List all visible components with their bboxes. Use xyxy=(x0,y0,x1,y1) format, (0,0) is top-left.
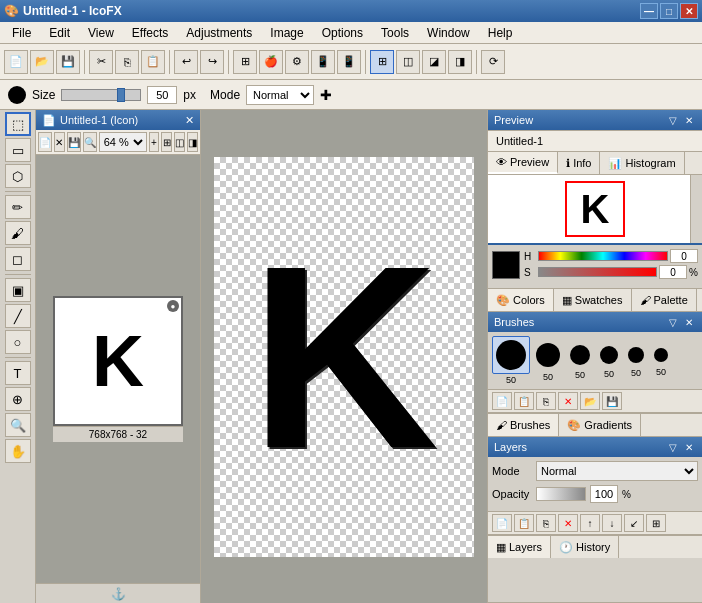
layer-new-btn[interactable]: 📄 xyxy=(492,514,512,532)
preview-collapse-btn[interactable]: ▽ xyxy=(666,113,680,127)
menu-tools[interactable]: Tools xyxy=(373,24,417,42)
icon-panel-close[interactable]: ✕ xyxy=(185,114,194,127)
lasso-tool[interactable]: ⬡ xyxy=(5,164,31,188)
sat-input[interactable] xyxy=(659,265,687,279)
rect-select-tool[interactable]: ▭ xyxy=(5,138,31,162)
menu-image[interactable]: Image xyxy=(262,24,311,42)
center-canvas[interactable]: K xyxy=(201,110,487,603)
opacity-input[interactable] xyxy=(590,485,618,503)
minimize-button[interactable]: — xyxy=(640,3,658,19)
size-input[interactable] xyxy=(147,86,177,104)
grid-button[interactable]: ⊞ xyxy=(370,50,394,74)
brush-item-2[interactable]: 50 xyxy=(532,339,564,382)
zoom-tool[interactable]: 🔍 xyxy=(5,413,31,437)
menu-edit[interactable]: Edit xyxy=(41,24,78,42)
tab-palette[interactable]: 🖌 Palette xyxy=(632,289,697,311)
zoom-in-btn[interactable]: + xyxy=(149,132,160,152)
layer-copy-btn[interactable]: 📋 xyxy=(514,514,534,532)
brush-item-6[interactable]: 50 xyxy=(650,344,672,377)
brush-load-btn[interactable]: 📂 xyxy=(580,392,600,410)
sat-slider[interactable] xyxy=(538,267,657,277)
shape-tool[interactable]: ○ xyxy=(5,330,31,354)
line-tool[interactable]: ╱ xyxy=(5,304,31,328)
preview-close-btn[interactable]: ✕ xyxy=(682,113,696,127)
layer-down-btn[interactable]: ↓ xyxy=(602,514,622,532)
icon-zoom-btn[interactable]: 🔍 xyxy=(83,132,97,152)
tool1-button[interactable]: 🍎 xyxy=(259,50,283,74)
tab-gradients[interactable]: 🎨 Gradients xyxy=(559,414,641,436)
color-swatch[interactable] xyxy=(492,251,520,279)
menu-adjustments[interactable]: Adjustments xyxy=(178,24,260,42)
tab-preview[interactable]: 👁 Preview xyxy=(488,152,558,174)
tab-colors[interactable]: 🎨 Colors xyxy=(488,289,554,311)
view1-button[interactable]: ◫ xyxy=(396,50,420,74)
untitled-tab[interactable]: Untitled-1 xyxy=(488,130,702,152)
eyedropper-icon[interactable]: ✚ xyxy=(320,87,332,103)
brush-del-btn[interactable]: ✕ xyxy=(558,392,578,410)
frame-btn[interactable]: ◫ xyxy=(174,132,185,152)
brush-item-5[interactable]: 50 xyxy=(624,343,648,378)
layer-up-btn[interactable]: ↑ xyxy=(580,514,600,532)
brush-add-btn[interactable]: 📄 xyxy=(492,392,512,410)
brush-edit-btn[interactable]: 📋 xyxy=(514,392,534,410)
view2-button[interactable]: ◪ xyxy=(422,50,446,74)
icon-close-btn[interactable]: ✕ xyxy=(54,132,65,152)
menu-effects[interactable]: Effects xyxy=(124,24,176,42)
save-button[interactable]: 💾 xyxy=(56,50,80,74)
layer-del-btn[interactable]: ✕ xyxy=(558,514,578,532)
opacity-slider[interactable] xyxy=(536,487,586,501)
tool2-button[interactable]: ⚙ xyxy=(285,50,309,74)
tab-histogram[interactable]: 📊 Histogram xyxy=(600,152,684,174)
tab-layers[interactable]: ▦ Layers xyxy=(488,536,551,558)
grid-view-btn[interactable]: ⊞ xyxy=(161,132,172,152)
menu-help[interactable]: Help xyxy=(480,24,521,42)
brush-item-4[interactable]: 50 xyxy=(596,342,622,379)
open-button[interactable]: 📂 xyxy=(30,50,54,74)
layer-dup-btn[interactable]: ⎘ xyxy=(536,514,556,532)
eraser-tool[interactable]: ◻ xyxy=(5,247,31,271)
windows-button[interactable]: ⊞ xyxy=(233,50,257,74)
brush-save-btn[interactable]: 💾 xyxy=(602,392,622,410)
undo-button[interactable]: ↩ xyxy=(174,50,198,74)
extra1-button[interactable]: ⟳ xyxy=(481,50,505,74)
close-button[interactable]: ✕ xyxy=(680,3,698,19)
brush-tool[interactable]: 🖌 xyxy=(5,221,31,245)
layers-collapse-btn[interactable]: ▽ xyxy=(666,440,680,454)
hand-tool[interactable]: ✋ xyxy=(5,439,31,463)
tab-info[interactable]: ℹ Info xyxy=(558,152,600,174)
hue-input[interactable] xyxy=(670,249,698,263)
preview-scrollbar[interactable] xyxy=(690,175,702,243)
brushes-close-btn[interactable]: ✕ xyxy=(682,315,696,329)
thumb-corner-btn[interactable]: ● xyxy=(167,300,179,312)
tab-brushes[interactable]: 🖌 Brushes xyxy=(488,414,559,436)
new-button[interactable]: 📄 xyxy=(4,50,28,74)
bg-btn[interactable]: ◨ xyxy=(187,132,198,152)
brush-dup-btn[interactable]: ⎘ xyxy=(536,392,556,410)
icon-save-btn[interactable]: 💾 xyxy=(67,132,81,152)
layers-close-btn[interactable]: ✕ xyxy=(682,440,696,454)
tab-history[interactable]: 🕐 History xyxy=(551,536,619,558)
hue-slider[interactable] xyxy=(538,251,668,261)
tool3-button[interactable]: 📱 xyxy=(311,50,335,74)
layer-merge-btn[interactable]: ↙ xyxy=(624,514,644,532)
copy-button[interactable]: ⎘ xyxy=(115,50,139,74)
tab-swatches[interactable]: ▦ Swatches xyxy=(554,289,632,311)
brushes-collapse-btn[interactable]: ▽ xyxy=(666,315,680,329)
brush-item-3[interactable]: 50 xyxy=(566,341,594,380)
size-slider-thumb[interactable] xyxy=(117,88,125,102)
fill-tool[interactable]: ▣ xyxy=(5,278,31,302)
view3-button[interactable]: ◨ xyxy=(448,50,472,74)
cut-button[interactable]: ✂ xyxy=(89,50,113,74)
menu-options[interactable]: Options xyxy=(314,24,371,42)
layer-mode-select[interactable]: Normal xyxy=(536,461,698,481)
menu-view[interactable]: View xyxy=(80,24,122,42)
layer-flatten-btn[interactable]: ⊞ xyxy=(646,514,666,532)
zoom-select[interactable]: 64 % xyxy=(99,132,147,152)
clone-tool[interactable]: ⊕ xyxy=(5,387,31,411)
text-tool[interactable]: T xyxy=(5,361,31,385)
menu-window[interactable]: Window xyxy=(419,24,478,42)
brush-item-1[interactable]: 50 xyxy=(492,336,530,385)
mode-select[interactable]: Normal Dissolve Multiply xyxy=(246,85,314,105)
redo-button[interactable]: ↪ xyxy=(200,50,224,74)
paste-button[interactable]: 📋 xyxy=(141,50,165,74)
